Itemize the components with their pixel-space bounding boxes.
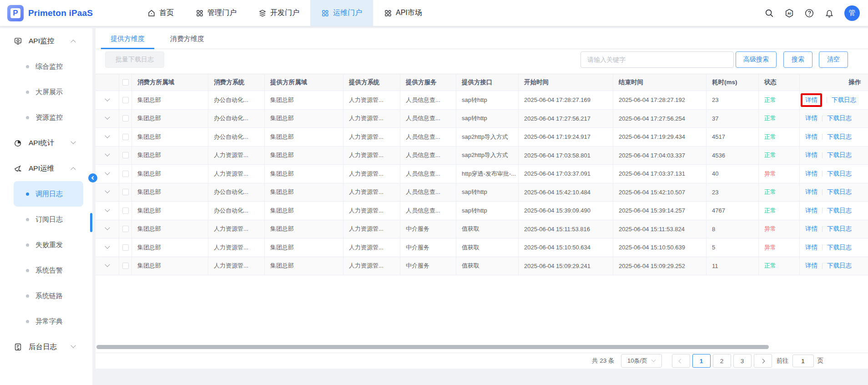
- svg-text:AI: AI: [787, 11, 791, 15]
- row-checkbox[interactable]: [122, 115, 129, 122]
- next-page-button[interactable]: [754, 354, 772, 368]
- detail-link[interactable]: 详情: [805, 225, 818, 233]
- expand-row-chevron-icon[interactable]: [105, 243, 110, 248]
- sidebar-item-label: 系统告警: [35, 266, 63, 275]
- search-button[interactable]: 搜索: [783, 51, 812, 68]
- nav-item-admin-portal[interactable]: 管理门户: [185, 0, 247, 26]
- ai-assistant-icon[interactable]: AI: [784, 8, 794, 18]
- expand-row-chevron-icon[interactable]: [105, 115, 110, 120]
- tab-consumer-dimension[interactable]: 消费方维度: [167, 28, 207, 49]
- notifications-bell-icon[interactable]: [824, 8, 834, 18]
- download-log-link[interactable]: 下载日志: [827, 225, 852, 233]
- bullet-dot-icon: [26, 192, 29, 196]
- download-log-link[interactable]: 下载日志: [827, 170, 852, 178]
- clear-button[interactable]: 清空: [819, 51, 848, 68]
- cell-consumer_system: 人力资源管...: [208, 165, 265, 183]
- goto-page-input[interactable]: [792, 355, 814, 367]
- cell-duration_ms: 37: [707, 110, 759, 128]
- sidebar-item-api-ops[interactable]: API运维: [0, 156, 92, 181]
- detail-link[interactable]: 详情: [805, 114, 818, 122]
- help-icon[interactable]: [804, 8, 814, 18]
- nav-item-home[interactable]: 首页: [136, 0, 185, 26]
- detail-link[interactable]: 详情: [805, 188, 818, 196]
- nav-item-dev-portal[interactable]: 开发门户: [247, 0, 310, 26]
- sidebar-item-big-screen[interactable]: 大屏展示: [14, 79, 83, 105]
- nav-item-ops-portal[interactable]: 运维门户: [310, 0, 373, 26]
- select-all-checkbox[interactable]: [122, 79, 129, 86]
- keyword-search-input[interactable]: [580, 51, 734, 68]
- expand-row-chevron-icon[interactable]: [105, 96, 110, 101]
- page-button-1[interactable]: 1: [692, 354, 711, 368]
- detail-link[interactable]: 详情: [805, 151, 818, 159]
- page-size-select[interactable]: 10条/页: [621, 354, 662, 368]
- download-log-link[interactable]: 下载日志: [827, 262, 852, 270]
- detail-link[interactable]: 详情: [805, 96, 818, 104]
- sidebar-item-system-trace[interactable]: 系统链路: [14, 283, 83, 309]
- sidebar-item-system-alert[interactable]: 系统告警: [14, 258, 83, 283]
- row-checkbox[interactable]: [122, 134, 129, 140]
- horizontal-scrollbar-thumb[interactable]: [96, 345, 769, 349]
- download-log-link[interactable]: 下载日志: [827, 207, 852, 215]
- tab-provider-dimension[interactable]: 提供方维度: [108, 28, 147, 49]
- expand-row-chevron-icon[interactable]: [105, 188, 110, 193]
- detail-link[interactable]: 详情: [805, 133, 818, 141]
- row-checkbox[interactable]: [122, 244, 129, 251]
- detail-link[interactable]: 详情: [805, 170, 818, 178]
- prev-page-button[interactable]: [672, 354, 690, 368]
- page-button-2[interactable]: 2: [713, 354, 731, 368]
- sidebar-item-exception-dict[interactable]: 异常字典: [14, 309, 83, 334]
- sidebar-item-fail-resend[interactable]: 失败重发: [14, 232, 83, 258]
- sidebar-item-call-log[interactable]: 调用日志: [14, 181, 83, 207]
- row-checkbox[interactable]: [122, 152, 129, 158]
- row-checkbox[interactable]: [122, 189, 129, 195]
- expand-row-chevron-icon[interactable]: [105, 262, 110, 267]
- detail-link[interactable]: 详情: [805, 243, 818, 252]
- detail-link[interactable]: 详情: [805, 262, 818, 270]
- nav-item-api-market[interactable]: API市场: [373, 0, 433, 26]
- download-log-link[interactable]: 下载日志: [827, 243, 852, 252]
- cell-consumer_system: 办公自动化...: [208, 128, 265, 146]
- download-log-link[interactable]: 下载日志: [827, 188, 852, 196]
- expand-row-chevron-icon[interactable]: [105, 152, 110, 157]
- detail-link[interactable]: 详情: [805, 207, 818, 215]
- download-log-link[interactable]: 下载日志: [827, 151, 852, 159]
- sidebar-item-comprehensive-monitor[interactable]: 综合监控: [14, 54, 83, 79]
- search-icon[interactable]: [764, 8, 774, 18]
- cell-consumer_system: 办公自动化...: [208, 110, 265, 128]
- cell-start_time: 2025-06-04 17:27:56.217: [519, 110, 613, 128]
- expand-row-chevron-icon[interactable]: [105, 207, 110, 212]
- download-log-link[interactable]: 下载日志: [832, 96, 856, 104]
- expand-row-chevron-icon[interactable]: [105, 133, 110, 138]
- expand-cell: [96, 91, 119, 109]
- cell-provider_api: http穿透-发布审批-...: [456, 165, 519, 183]
- sidebar-item-api-monitor[interactable]: API监控: [0, 28, 92, 54]
- sidebar-collapse-button[interactable]: [88, 173, 97, 182]
- advanced-search-button[interactable]: 高级搜索: [736, 51, 777, 68]
- sidebar-item-api-statistics[interactable]: API统计: [0, 130, 92, 156]
- cell-provider_api: sap转http: [456, 183, 519, 202]
- cell-consumer_system: 办公自动化...: [208, 202, 265, 220]
- column-header: 提供方接口: [456, 74, 519, 91]
- row-checkbox[interactable]: [122, 263, 129, 269]
- row-checkbox[interactable]: [122, 226, 129, 232]
- expand-row-chevron-icon[interactable]: [105, 225, 110, 230]
- sidebar-item-subscribe-log[interactable]: 订阅日志: [14, 207, 83, 232]
- cell-provider_system: 人力资源管...: [343, 257, 400, 275]
- checkbox-cell: [119, 165, 132, 183]
- cell-duration_ms: 8: [707, 220, 759, 238]
- download-log-link[interactable]: 下载日志: [827, 133, 852, 141]
- expand-row-chevron-icon[interactable]: [105, 170, 110, 175]
- row-checkbox[interactable]: [122, 171, 129, 177]
- row-checkbox[interactable]: [122, 97, 129, 103]
- cell-duration_ms: 11: [707, 257, 759, 275]
- chevron-down-icon: [651, 357, 656, 362]
- status-badge: 正常: [764, 114, 776, 122]
- download-log-link[interactable]: 下载日志: [827, 114, 852, 122]
- row-checkbox[interactable]: [122, 208, 129, 214]
- page-button-3[interactable]: 3: [733, 354, 752, 368]
- sidebar-item-backend-log[interactable]: 后台日志: [0, 334, 92, 360]
- batch-download-button[interactable]: 批量下载日志: [105, 51, 164, 68]
- sidebar-item-resource-monitor[interactable]: 资源监控: [14, 105, 83, 130]
- bullet-dot-icon: [26, 320, 29, 323]
- user-avatar[interactable]: 管: [844, 5, 860, 21]
